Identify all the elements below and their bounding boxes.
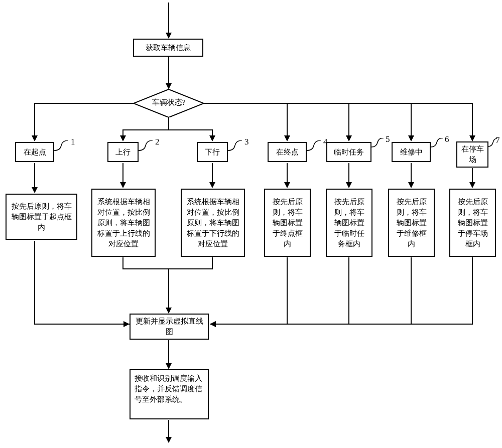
action-label: 按先后原则，将车辆图标置于维修框内	[393, 197, 430, 249]
flow-line	[472, 168, 473, 183]
process-receive-dispatch: 接收和识别调度输入指令，并反馈调度信号至外部系统。	[130, 369, 209, 419]
connector-curve	[371, 138, 385, 148]
arrow-down-icon	[166, 437, 172, 443]
decision-vehicle-state: 车辆状态?	[134, 89, 204, 117]
state-box-1: 在起点	[15, 142, 54, 162]
flow-line	[34, 103, 134, 104]
arrow-down-icon	[346, 135, 352, 141]
flow-line	[122, 129, 213, 130]
action-box-3: 系统根据车辆相对位置，按比例原则，将车辆图标置于下行线的对应位置	[181, 189, 245, 257]
arrow-down-icon	[166, 308, 172, 314]
flow-line	[348, 163, 349, 183]
state-label: 在停车场	[459, 144, 485, 165]
arrow-down-icon	[32, 187, 38, 193]
flow-line	[34, 163, 35, 188]
arrow-down-icon	[120, 135, 126, 141]
arrow-down-icon	[346, 182, 352, 188]
action-box-1: 按先后原则，将车辆图标置于起点框内	[6, 194, 77, 240]
flow-line	[210, 324, 473, 325]
branch-number: 2	[155, 137, 160, 147]
state-label: 在终点	[276, 147, 299, 158]
flow-line	[348, 103, 349, 136]
state-box-3: 下行	[197, 142, 228, 162]
action-label: 系统根据车辆相对位置，按比例原则，将车辆图标置于上行线的对应位置	[96, 197, 151, 249]
arrow-down-icon	[284, 182, 290, 188]
flow-line	[122, 268, 213, 269]
action-box-2: 系统根据车辆相对位置，按比例原则，将车辆图标置于上行线的对应位置	[91, 189, 156, 257]
action-label: 系统根据车辆相对位置，按比例原则，将车辆图标置于下行线的对应位置	[186, 197, 240, 249]
connector-curve	[228, 140, 243, 152]
flow-line	[168, 3, 169, 34]
flow-line	[168, 117, 169, 129]
decision-label: 车辆状态?	[134, 98, 204, 107]
flow-line	[122, 257, 123, 268]
arrow-down-icon	[209, 135, 215, 141]
state-box-5: 临时任务	[326, 142, 371, 162]
connector-curve	[431, 138, 444, 148]
connector-curve	[54, 140, 69, 152]
flow-line	[34, 324, 130, 325]
process-update-display: 更新并显示虚拟直线图	[130, 314, 209, 340]
state-label: 上行	[115, 147, 131, 158]
state-label: 在起点	[24, 147, 46, 158]
state-label: 临时任务	[334, 147, 364, 158]
flow-line	[34, 103, 35, 136]
flow-line	[122, 163, 123, 183]
action-box-4: 按先后原则，将车辆图标置于终点框内	[264, 189, 311, 257]
arrow-down-icon	[120, 182, 126, 188]
action-box-7: 按先后原则，将车辆图标置于停车场框内	[449, 189, 496, 257]
flow-line	[212, 257, 213, 268]
arrow-down-icon	[408, 135, 414, 141]
flow-line	[287, 163, 288, 183]
flow-line	[411, 163, 412, 183]
arrow-down-icon	[32, 135, 38, 141]
arrow-down-icon	[284, 135, 290, 141]
branch-number: 5	[386, 134, 390, 144]
state-box-6: 维修中	[392, 142, 431, 162]
state-label: 维修中	[400, 147, 423, 158]
flow-line	[212, 163, 213, 183]
flow-line	[34, 241, 35, 324]
action-box-6: 按先后原则，将车辆图标置于维修框内	[388, 189, 435, 257]
arrow-down-icon	[166, 33, 172, 39]
branch-number: 3	[244, 137, 249, 147]
process-label: 接收和识别调度输入指令，并反馈调度信号至外部系统。	[135, 373, 204, 405]
flow-line	[168, 420, 169, 438]
arrow-down-icon	[209, 182, 215, 188]
action-box-5: 按先后原则，将车辆图标置于临时任务框内	[326, 189, 372, 257]
flow-line	[168, 340, 169, 364]
arrow-down-icon	[166, 83, 172, 89]
flow-line	[203, 103, 472, 104]
state-box-4: 在终点	[268, 142, 307, 162]
branch-number: 7	[495, 135, 500, 145]
arrow-down-icon	[408, 182, 414, 188]
state-label: 下行	[205, 147, 220, 158]
connector-curve	[307, 140, 322, 152]
arrow-down-icon	[469, 182, 475, 188]
arrow-down-icon	[469, 135, 475, 141]
flow-line	[168, 268, 169, 309]
flow-line	[287, 103, 288, 136]
process-label: 获取车辆信息	[146, 43, 191, 53]
process-get-info: 获取车辆信息	[133, 39, 203, 57]
state-box-2: 上行	[107, 142, 139, 162]
connector-curve	[139, 140, 154, 152]
flow-line	[287, 257, 288, 324]
flow-line	[411, 103, 412, 136]
flow-line	[472, 103, 473, 136]
arrow-down-icon	[166, 363, 172, 369]
flow-line	[348, 257, 349, 324]
branch-number: 6	[445, 134, 449, 144]
flow-line	[411, 257, 412, 324]
branch-number: 1	[71, 137, 75, 147]
arrow-left-icon	[210, 321, 216, 327]
arrow-right-icon	[123, 321, 130, 327]
action-label: 按先后原则，将车辆图标置于起点框内	[11, 201, 72, 233]
state-box-7: 在停车场	[456, 141, 488, 168]
action-label: 按先后原则，将车辆图标置于终点框内	[269, 197, 306, 249]
flow-line	[168, 57, 169, 84]
process-label: 更新并显示虚拟直线图	[135, 316, 204, 337]
flow-line	[472, 257, 473, 324]
action-label: 按先后原则，将车辆图标置于临时任务框内	[331, 197, 367, 249]
action-label: 按先后原则，将车辆图标置于停车场框内	[454, 197, 491, 249]
